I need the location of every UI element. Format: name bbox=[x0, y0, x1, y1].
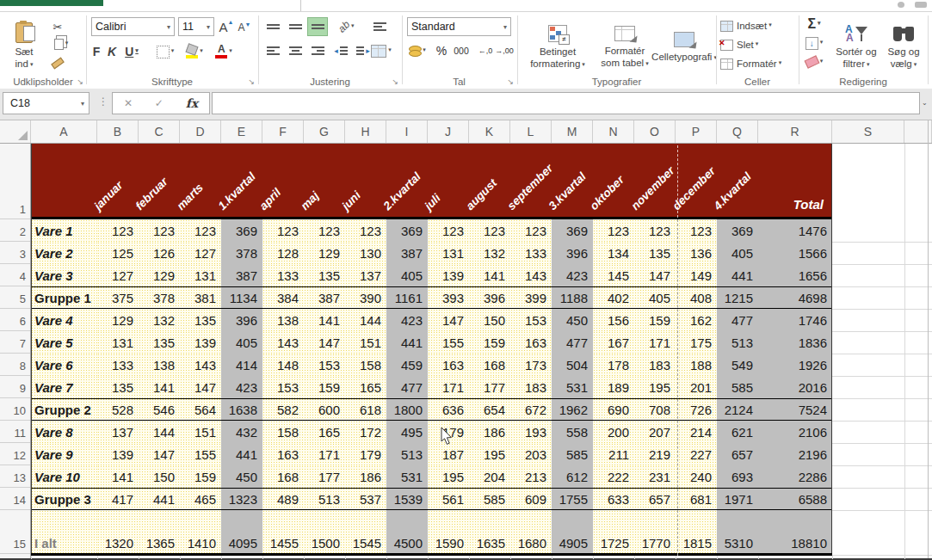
cell[interactable]: 1656 bbox=[758, 264, 832, 286]
cell[interactable]: 1365 bbox=[139, 510, 180, 554]
cell[interactable]: 5310 bbox=[717, 510, 758, 554]
cell[interactable]: 200 bbox=[593, 421, 634, 443]
cell[interactable]: 168 bbox=[262, 465, 304, 488]
cell[interactable]: 163 bbox=[428, 354, 469, 376]
cell[interactable]: 564 bbox=[180, 398, 221, 421]
cell[interactable]: 1134 bbox=[221, 286, 262, 309]
formula-input[interactable] bbox=[212, 92, 920, 114]
row-label-vare-7[interactable]: Vare 7 bbox=[31, 376, 97, 398]
cell[interactable]: 681 bbox=[676, 488, 717, 510]
cell[interactable]: 137 bbox=[97, 421, 139, 443]
cell[interactable]: 147 bbox=[180, 376, 221, 398]
row-number-14[interactable]: 14 bbox=[0, 488, 30, 510]
conditional-formatting-button[interactable]: ≠ Betingetformatering bbox=[524, 15, 591, 81]
row-label-vare-8[interactable]: Vare 8 bbox=[31, 421, 97, 443]
cell[interactable]: 150 bbox=[469, 309, 510, 331]
cell[interactable]: 504 bbox=[552, 354, 593, 376]
cell[interactable]: 147 bbox=[634, 264, 676, 286]
number-format-combo[interactable]: Standard▾ bbox=[407, 17, 511, 36]
cell[interactable]: 143 bbox=[180, 354, 221, 376]
row-label-vare-9[interactable]: Vare 9 bbox=[31, 443, 97, 465]
align-center-button[interactable] bbox=[285, 41, 306, 60]
cell[interactable]: 227 bbox=[676, 443, 717, 465]
cell[interactable]: 172 bbox=[345, 421, 386, 443]
cell[interactable]: 138 bbox=[139, 354, 180, 376]
cell[interactable]: 531 bbox=[386, 465, 428, 488]
fill-button[interactable]: ↓ bbox=[802, 34, 826, 52]
cell[interactable]: 141 bbox=[469, 264, 510, 286]
cell[interactable]: 1500 bbox=[304, 510, 345, 554]
cell[interactable]: 369 bbox=[717, 219, 758, 242]
cell[interactable]: 219 bbox=[634, 443, 676, 465]
currency-button[interactable] bbox=[405, 41, 429, 60]
cell[interactable]: 222 bbox=[593, 465, 634, 488]
cell[interactable]: 1323 bbox=[221, 488, 262, 510]
bold-button[interactable]: F bbox=[89, 43, 103, 60]
bottom-align-button[interactable] bbox=[307, 17, 328, 36]
cell[interactable]: 143 bbox=[262, 331, 304, 354]
cell[interactable]: 123 bbox=[304, 219, 345, 242]
cell[interactable]: 155 bbox=[180, 443, 221, 465]
cell[interactable]: 123 bbox=[510, 219, 552, 242]
cell[interactable]: 432 bbox=[221, 421, 262, 443]
cell[interactable]: 414 bbox=[221, 354, 262, 376]
format-cells-button[interactable]: Formatér bbox=[720, 55, 794, 72]
decrease-decimal-button[interactable]: →,00 bbox=[495, 41, 514, 60]
row-number-1[interactable]: 1 bbox=[0, 144, 30, 219]
cell[interactable]: 123 bbox=[593, 219, 634, 242]
cell[interactable]: 165 bbox=[304, 421, 345, 443]
cell[interactable]: 123 bbox=[676, 219, 717, 242]
cell[interactable]: 144 bbox=[345, 309, 386, 331]
dialog-launcher-icon[interactable]: ↘ bbox=[77, 77, 83, 86]
cell[interactable]: 378 bbox=[221, 242, 262, 264]
cell[interactable]: 123 bbox=[428, 219, 469, 242]
cell[interactable]: 600 bbox=[304, 398, 345, 421]
cell[interactable]: 1215 bbox=[717, 286, 758, 309]
cell[interactable]: 135 bbox=[634, 242, 676, 264]
cell[interactable]: 155 bbox=[428, 331, 469, 354]
cell[interactable]: 18810 bbox=[758, 510, 832, 554]
cell[interactable]: 214 bbox=[676, 421, 717, 443]
cell[interactable]: 123 bbox=[139, 219, 180, 242]
cell[interactable]: 399 bbox=[510, 286, 552, 309]
cell[interactable]: 1320 bbox=[97, 510, 139, 554]
dialog-launcher-icon[interactable]: ↘ bbox=[507, 77, 514, 86]
borders-button[interactable] bbox=[153, 43, 177, 60]
cell[interactable]: 609 bbox=[510, 488, 552, 510]
cell[interactable]: 162 bbox=[676, 309, 717, 331]
cell[interactable]: 423 bbox=[386, 309, 428, 331]
cell[interactable]: 1680 bbox=[510, 510, 552, 554]
cell[interactable]: 201 bbox=[676, 376, 717, 398]
cell[interactable]: 153 bbox=[304, 354, 345, 376]
empty-cells-region[interactable] bbox=[832, 144, 932, 560]
cell[interactable]: 193 bbox=[510, 421, 552, 443]
cell[interactable]: 528 bbox=[97, 398, 139, 421]
cell[interactable]: 159 bbox=[304, 376, 345, 398]
delete-cells-button[interactable]: ✕Slet bbox=[720, 36, 794, 53]
cell[interactable]: 127 bbox=[180, 242, 221, 264]
cell[interactable]: 148 bbox=[262, 354, 304, 376]
cell[interactable]: 450 bbox=[552, 309, 593, 331]
cell[interactable]: 167 bbox=[593, 331, 634, 354]
cell[interactable]: 513 bbox=[717, 331, 758, 354]
cell[interactable]: 153 bbox=[262, 376, 304, 398]
clear-button[interactable] bbox=[802, 53, 826, 71]
cell[interactable]: 159 bbox=[180, 465, 221, 488]
column-header-P[interactable]: P bbox=[676, 120, 717, 143]
cell[interactable]: 135 bbox=[97, 376, 139, 398]
cell[interactable]: 4905 bbox=[552, 510, 593, 554]
row-number-15[interactable]: 15 bbox=[0, 510, 30, 554]
cell[interactable]: 585 bbox=[717, 376, 758, 398]
cell[interactable]: 618 bbox=[345, 398, 386, 421]
column-header-G[interactable]: G bbox=[304, 120, 345, 143]
row-number-10[interactable]: 10 bbox=[0, 398, 30, 421]
autosum-button[interactable]: Σ bbox=[802, 15, 826, 33]
cell[interactable]: 1962 bbox=[552, 398, 593, 421]
cell[interactable]: 612 bbox=[552, 465, 593, 488]
cell[interactable]: 495 bbox=[386, 421, 428, 443]
column-header-D[interactable]: D bbox=[180, 120, 221, 143]
cell[interactable]: 423 bbox=[221, 376, 262, 398]
cell[interactable]: 465 bbox=[180, 488, 221, 510]
cell[interactable]: 177 bbox=[469, 376, 510, 398]
cell[interactable]: 585 bbox=[552, 443, 593, 465]
